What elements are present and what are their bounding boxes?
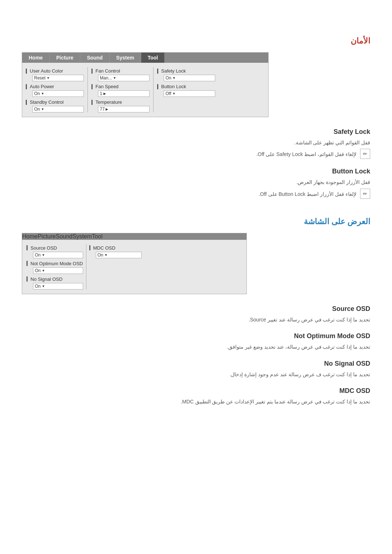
label-not-optimum: Not Optimum Mode OSD — [30, 261, 83, 266]
label-safety-lock: Safety Lock — [161, 68, 186, 74]
safety-lock-title: Safety Lock — [22, 128, 370, 136]
dropdown-arrow-icon: ▼ — [105, 253, 108, 257]
bar-icon — [26, 100, 27, 105]
menu2-dropdown-no-signal[interactable]: On ▼ — [33, 283, 83, 290]
label-no-signal: No Signal OSD — [30, 276, 62, 282]
edit-icon-safety[interactable]: ✏ — [360, 149, 370, 159]
val-user-auto-color: Reset — [34, 75, 45, 81]
menu1-dropdown-button-lock[interactable]: Off ▼ — [164, 90, 215, 97]
mdc-osd-desc: تحديد ما إذا كنت ترغب في عرض رسالة عندما… — [22, 398, 370, 406]
val-no-signal: On — [35, 284, 41, 289]
menu2-dropdown-mdc-osd[interactable]: On ▼ — [96, 252, 142, 258]
source-osd-title: Source OSD — [22, 305, 370, 313]
bar-icon — [26, 84, 27, 89]
menu1-row-user-auto-color: User Auto Color — [26, 67, 84, 75]
mdc-osd-title: MDC OSD — [22, 387, 370, 395]
label-fan-speed: Fan Speed — [95, 84, 119, 89]
dropdown-arrow-icon: ▼ — [46, 76, 50, 80]
bar-icon — [157, 84, 158, 89]
button-lock-desc2-row: لإلغاء قفل الأزرار اضبط Button Lock على … — [22, 190, 370, 199]
safety-lock-desc2-row: لإلغاء قفل القوائم، اضبط Safety Lock على… — [22, 150, 370, 159]
label-mdc-osd: MDC OSD — [93, 245, 115, 251]
right-arrow-icon: ▶ — [106, 107, 108, 111]
menu2-row-mdc-osd: MDC OSD — [89, 244, 142, 252]
menu1-col2: Fan Control Man... ▼ Fan Speed 1 ▶ Tempe… — [88, 66, 153, 114]
tab-system-1[interactable]: System — [110, 53, 141, 63]
label-button-lock: Button Lock — [161, 84, 186, 89]
dropdown-arrow-icon: ▼ — [42, 253, 45, 257]
not-optimum-osd-desc: تحديد ما إذا كنت ترغب في عرض رسالة، عند … — [22, 343, 370, 351]
not-optimum-osd-title: Not Optimum Mode OSD — [22, 332, 370, 340]
bar-icon — [91, 100, 93, 105]
bar-icon — [89, 245, 90, 250]
source-osd-desc: تحديد ما إذا كنت ترغب في عرض رسالة عند ت… — [22, 316, 370, 324]
menu1-col3: Safety Lock On ▼ Button Lock Off ▼ — [154, 66, 219, 114]
val-temperature: 77 — [100, 107, 105, 112]
menu1-arrow-fan-speed[interactable]: 1 ▶ — [98, 90, 150, 97]
button-lock-desc2-text: لإلغاء قفل الأزرار اضبط Button Lock على … — [258, 190, 356, 198]
val-fan-speed: 1 — [100, 91, 102, 96]
menu1-row-auto-power: Auto Power — [26, 83, 84, 90]
button-lock-desc1: قفل الأزرار الموجودة بجهاز العرض. — [22, 178, 370, 186]
label-source-osd: Source OSD — [30, 245, 57, 251]
tab-tool-1[interactable]: Tool — [141, 53, 165, 63]
bar-icon — [91, 69, 93, 74]
menu1-body: User Auto Color Reset ▼ Auto Power On ▼ … — [22, 63, 268, 117]
val-safety-lock: On — [166, 75, 171, 81]
menu2-row-no-signal: No Signal OSD — [26, 275, 83, 283]
osd-menu-1: Home Picture Sound System Tool User Auto… — [22, 52, 269, 117]
bar-icon — [91, 84, 93, 89]
dropdown-arrow-icon: ▼ — [42, 284, 45, 288]
tab-sound-2[interactable]: Sound — [56, 233, 72, 240]
tab-system-2[interactable]: System — [73, 233, 92, 240]
label-fan-control: Fan Control — [95, 68, 120, 74]
bar-icon — [26, 245, 28, 250]
menu1-dropdown-safety-lock[interactable]: On ▼ — [164, 75, 215, 81]
label-auto-power: Auto Power — [30, 84, 54, 89]
tab-sound-1[interactable]: Sound — [80, 53, 110, 63]
menu2-body: Source OSD On ▼ Not Optimum Mode OSD On … — [22, 240, 246, 294]
val-auto-power: On — [34, 91, 40, 96]
menu1-dropdown-fan-control[interactable]: Man... ▼ — [98, 75, 150, 81]
bar-icon — [26, 69, 27, 74]
menu2-dropdown-not-optimum[interactable]: On ▼ — [33, 267, 83, 274]
section1-heading: الأمان — [22, 36, 370, 46]
menu2-col2: MDC OSD On ▼ — [86, 243, 144, 291]
menu2-col1: Source OSD On ▼ Not Optimum Mode OSD On … — [24, 243, 86, 291]
section2-heading: العرض على الشاشة — [22, 217, 370, 226]
tab-picture-2[interactable]: Picture — [38, 233, 56, 240]
menu2-dropdown-source-osd[interactable]: On ▼ — [33, 252, 83, 258]
val-fan-control: Man... — [100, 75, 112, 81]
label-temperature: Temperature — [95, 99, 122, 105]
edit-icon-button[interactable]: ✏ — [360, 189, 370, 199]
tab-home-2[interactable]: Home — [22, 233, 38, 240]
label-standby: Standby Control — [30, 99, 64, 105]
tab-home-1[interactable]: Home — [22, 53, 50, 63]
menu1-row-fan-speed: Fan Speed — [91, 83, 150, 90]
no-signal-osd-desc: تحديد ما إذا كنت ترغب ف عرض رسالة عند عد… — [22, 370, 370, 378]
val-standby: On — [34, 107, 40, 112]
dropdown-arrow-icon: ▼ — [172, 76, 176, 80]
menu1-dropdown-user-auto-color[interactable]: Reset ▼ — [32, 75, 84, 81]
bar-icon — [26, 261, 28, 266]
val-source-osd: On — [35, 253, 41, 258]
menu1-row-temperature: Temperature — [91, 98, 150, 106]
tab-picture-1[interactable]: Picture — [50, 53, 80, 63]
val-button-lock: Off — [166, 91, 171, 96]
menu1-dropdown-standby[interactable]: On ▼ — [32, 106, 84, 112]
no-signal-osd-title: No Signal OSD — [22, 360, 370, 368]
val-mdc-osd: On — [98, 253, 103, 258]
menu2-header: Home Picture Sound System Tool — [22, 233, 246, 240]
menu2-row-source-osd: Source OSD — [26, 244, 83, 252]
menu1-arrow-temperature[interactable]: 77 ▶ — [98, 106, 150, 112]
osd-menu-2: Home Picture Sound System Tool Source OS… — [22, 233, 247, 294]
bar-icon — [157, 69, 158, 74]
menu1-col1: User Auto Color Reset ▼ Auto Power On ▼ … — [22, 66, 87, 114]
val-not-optimum: On — [35, 268, 41, 273]
tab-tool-2[interactable]: Tool — [92, 233, 102, 240]
menu1-dropdown-auto-power[interactable]: On ▼ — [32, 90, 84, 97]
menu1-row-safety-lock: Safety Lock — [157, 67, 215, 75]
menu1-row-button-lock: Button Lock — [157, 83, 215, 90]
dropdown-arrow-icon: ▼ — [41, 107, 44, 111]
dropdown-arrow-icon: ▼ — [113, 76, 116, 80]
